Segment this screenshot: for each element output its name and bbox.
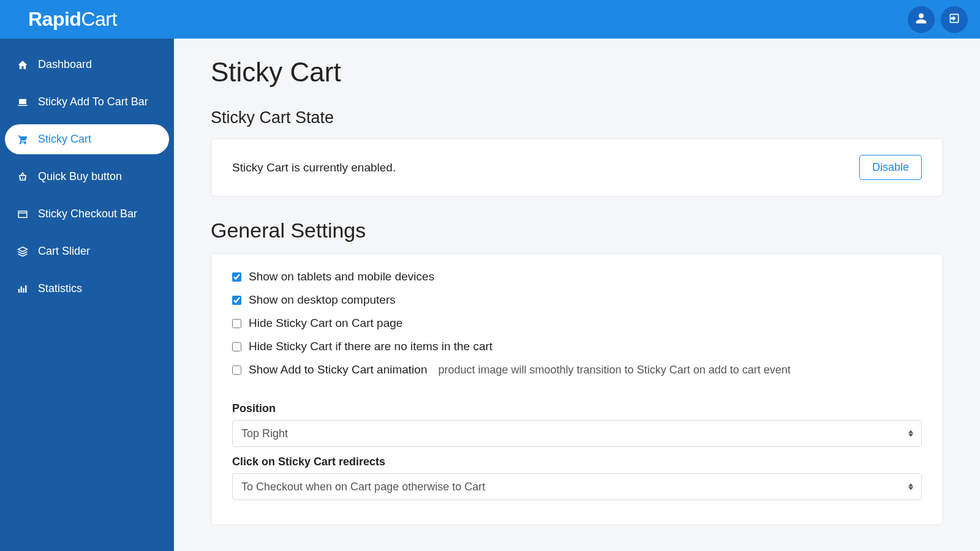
state-card: Sticky Cart is currently enabled. Disabl…: [211, 138, 943, 197]
position-select[interactable]: Top Right: [232, 420, 922, 447]
brand-bold: Rapid: [28, 8, 81, 30]
check-show-desktop-box[interactable]: [232, 296, 241, 305]
sidebar-item-sticky-checkout-bar[interactable]: Sticky Checkout Bar: [5, 199, 169, 229]
page-title: Sticky Cart: [211, 57, 943, 88]
home-icon: [16, 59, 29, 71]
position-label: Position: [232, 402, 922, 415]
position-group: Position Top Right: [232, 402, 922, 447]
check-hide-empty-box[interactable]: [232, 342, 241, 351]
state-text: Sticky Cart is currently enabled.: [232, 161, 396, 174]
user-icon: [915, 12, 927, 27]
check-show-mobile: Show on tablets and mobile devices: [232, 270, 922, 283]
check-animation-label: Show Add to Sticky Cart animation: [249, 363, 427, 377]
check-hide-on-cart-label: Hide Sticky Cart on Cart page: [249, 317, 402, 330]
check-animation: Show Add to Sticky Cart animation produc…: [232, 363, 922, 377]
redirect-group: Click on Sticky Cart redirects To Checko…: [232, 455, 922, 500]
check-hide-on-cart: Hide Sticky Cart on Cart page: [232, 317, 922, 330]
topbar: RapidCart: [0, 0, 980, 39]
redirect-select[interactable]: To Checkout when on Cart page otherwise …: [232, 473, 922, 500]
sidebar-item-label: Sticky Checkout Bar: [38, 208, 137, 220]
redirect-select-wrap: To Checkout when on Cart page otherwise …: [232, 473, 922, 500]
top-actions: [908, 6, 968, 33]
sidebar-item-label: Dashboard: [38, 58, 92, 71]
check-show-desktop: Show on desktop computers: [232, 293, 922, 307]
state-row: Sticky Cart is currently enabled. Disabl…: [232, 155, 922, 180]
state-heading: Sticky Cart State: [211, 108, 943, 127]
logout-icon: [948, 12, 960, 27]
sidebar-item-label: Quick Buy button: [38, 170, 122, 183]
window-icon: [16, 208, 29, 220]
sidebar: Dashboard Sticky Add To Cart Bar Sticky …: [0, 39, 174, 551]
check-show-mobile-box[interactable]: [232, 272, 241, 282]
brand-thin: Cart: [81, 8, 116, 30]
check-show-mobile-label: Show on tablets and mobile devices: [249, 270, 434, 283]
check-hide-on-cart-box[interactable]: [232, 319, 241, 328]
check-animation-hint: product image will smoothly transition t…: [438, 364, 790, 377]
laptop-icon: [16, 96, 29, 108]
general-card: Show on tablets and mobile devices Show …: [211, 253, 943, 525]
layout: Dashboard Sticky Add To Cart Bar Sticky …: [0, 39, 980, 551]
disable-button[interactable]: Disable: [859, 155, 922, 180]
sidebar-item-dashboard[interactable]: Dashboard: [5, 50, 169, 80]
sidebar-item-sticky-cart[interactable]: Sticky Cart: [5, 124, 169, 154]
sidebar-item-label: Cart Slider: [38, 245, 90, 258]
user-button[interactable]: [908, 6, 935, 33]
check-hide-empty: Hide Sticky Cart if there are no items i…: [232, 340, 922, 353]
sidebar-item-label: Sticky Cart: [38, 133, 91, 146]
sidebar-item-label: Statistics: [38, 282, 82, 295]
sidebar-item-cart-slider[interactable]: Cart Slider: [5, 236, 169, 266]
logout-button[interactable]: [941, 6, 968, 33]
general-heading: General Settings: [211, 219, 943, 242]
basket-icon: [16, 171, 29, 183]
brand-logo: RapidCart: [28, 8, 117, 31]
bars-icon: [16, 283, 29, 295]
sidebar-item-label: Sticky Add To Cart Bar: [38, 96, 148, 108]
check-animation-box[interactable]: [232, 365, 241, 375]
layers-icon: [16, 246, 29, 258]
redirect-label: Click on Sticky Cart redirects: [232, 455, 922, 468]
check-show-desktop-label: Show on desktop computers: [249, 293, 396, 307]
main-content: Sticky Cart Sticky Cart State Sticky Car…: [174, 39, 980, 551]
sidebar-item-sticky-add-to-cart-bar[interactable]: Sticky Add To Cart Bar: [5, 87, 169, 117]
sidebar-item-quick-buy-button[interactable]: Quick Buy button: [5, 162, 169, 192]
check-hide-empty-label: Hide Sticky Cart if there are no items i…: [249, 340, 492, 353]
cart-icon: [16, 133, 29, 146]
sidebar-item-statistics[interactable]: Statistics: [5, 274, 169, 304]
position-select-wrap: Top Right: [232, 420, 922, 447]
